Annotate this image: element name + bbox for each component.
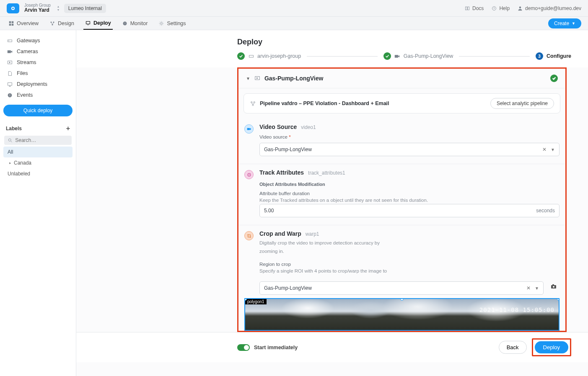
- logo[interactable]: [7, 3, 19, 13]
- sidebar-item-files[interactable]: Files: [3, 68, 73, 79]
- node-id: warp1: [306, 231, 319, 237]
- svg-rect-3: [468, 7, 469, 10]
- video-source-select[interactable]: Gas-Pump-LongView ✕ ▼: [259, 143, 560, 156]
- resize-handle-top-right[interactable]: [557, 298, 560, 301]
- section-video-source: Video Source video1 Video source * Gas-P…: [238, 118, 565, 164]
- nav-monitor[interactable]: ! Monitor: [120, 17, 150, 30]
- step-1-check-icon: [237, 52, 245, 60]
- help-icon: ?: [491, 5, 497, 11]
- search-icon: [8, 137, 13, 143]
- label-all[interactable]: All: [3, 147, 73, 157]
- camera-icon: [7, 49, 13, 54]
- sidebar-item-events[interactable]: ! Events: [3, 90, 73, 100]
- nav-label: Overview: [17, 21, 39, 26]
- step-1[interactable]: arvin-joseph-group: [237, 52, 301, 60]
- crop-source-select[interactable]: Gas-Pump-LongView ✕ ▼: [259, 281, 544, 295]
- labels-search-input[interactable]: [15, 137, 68, 143]
- org-switcher-caret[interactable]: ▴▾: [57, 5, 59, 11]
- topbar-right: Docs ? Help demo+guide@lumeo.dev: [464, 5, 581, 11]
- labels-header: Labels +: [3, 125, 73, 132]
- overview-icon: [8, 21, 14, 26]
- step-3[interactable]: 3 Configure: [536, 52, 571, 60]
- start-immediately-toggle[interactable]: [237, 344, 250, 351]
- label-canada[interactable]: ▸ Canada: [3, 157, 73, 168]
- main: Deploy arvin-joseph-group Gas-Pump-LongV…: [76, 30, 588, 376]
- nav-settings[interactable]: Settings: [157, 17, 187, 30]
- chevron-down-icon[interactable]: ▼: [246, 76, 250, 81]
- svg-text:?: ?: [494, 7, 495, 10]
- sidebar-item-label: Deployments: [17, 81, 47, 87]
- docs-link[interactable]: Docs: [464, 5, 484, 11]
- video-content: [245, 299, 559, 330]
- step-line: [307, 56, 378, 57]
- step-3-number: 3: [536, 52, 543, 60]
- deploy-icon: [85, 20, 91, 26]
- labels-search[interactable]: [4, 136, 72, 145]
- user-menu[interactable]: demo+guide@lumeo.dev: [517, 5, 581, 11]
- node-id: video1: [301, 124, 316, 130]
- pipeline-name: Pipeline vafdro – PPE Violation - Dashbo…: [250, 100, 389, 106]
- section-crop-warp: Crop and Warp warp1 Digitally crop the v…: [238, 225, 565, 297]
- stepper: arvin-joseph-group Gas-Pump-LongView 3 C…: [76, 50, 588, 67]
- chevron-down-icon[interactable]: ▼: [551, 147, 555, 152]
- svg-point-36: [553, 286, 554, 288]
- select-pipeline-button[interactable]: Select analytic pipeline: [490, 98, 554, 109]
- docs-label: Docs: [472, 5, 484, 11]
- sidebar-item-deployments[interactable]: Deployments: [3, 79, 73, 90]
- nav-items: Overview Design Deploy ! Monitor Setting…: [7, 17, 188, 30]
- sidebar-item-streams[interactable]: Streams: [3, 57, 73, 68]
- help-link[interactable]: ? Help: [491, 5, 510, 11]
- svg-rect-32: [247, 128, 249, 130]
- navbar: Overview Design Deploy ! Monitor Setting…: [0, 17, 588, 30]
- sidebar-item-label: Files: [17, 70, 28, 76]
- sidebar-item-gateways[interactable]: Gateways: [3, 35, 73, 46]
- sidebar-item-cameras[interactable]: Cameras: [3, 46, 73, 57]
- label-unlabeled[interactable]: Unlabeled: [3, 168, 73, 179]
- svg-rect-8: [12, 21, 14, 23]
- docs-icon: [464, 5, 470, 11]
- svg-rect-22: [8, 82, 12, 85]
- monitor-icon: !: [122, 21, 128, 26]
- section-track-attributes: Track Attributes track_attributes1 Objec…: [238, 164, 565, 225]
- footer: Start immediately Back Deploy: [76, 332, 588, 362]
- step-2[interactable]: Gas-Pump-LongView: [383, 52, 453, 60]
- deploy-button[interactable]: Deploy: [535, 341, 568, 353]
- nav-overview[interactable]: Overview: [7, 17, 40, 30]
- input-value: 5.00: [264, 208, 274, 214]
- clear-icon[interactable]: ✕: [526, 285, 531, 291]
- org-switcher[interactable]: Joseph Group Arvin Yard: [24, 3, 51, 13]
- topbar: Joseph Group Arvin Yard ▴▾ Lumeo Interna…: [0, 0, 588, 17]
- sidebar: Gateways Cameras Streams Files Deploymen…: [0, 30, 76, 376]
- svg-rect-2: [466, 7, 467, 10]
- svg-rect-26: [249, 55, 253, 57]
- nav-label: Design: [58, 21, 74, 26]
- step-line: [459, 56, 530, 57]
- step-2-label: Gas-Pump-LongView: [404, 53, 453, 59]
- chevron-down-icon[interactable]: ▼: [535, 286, 539, 291]
- layout: Gateways Cameras Streams Files Deploymen…: [0, 30, 588, 376]
- svg-text:!: !: [9, 93, 10, 96]
- select-value: Gas-Pump-LongView: [264, 147, 312, 152]
- svg-point-19: [8, 40, 9, 41]
- stream-icon: [254, 75, 260, 81]
- subheader: Object Attributes Modification: [259, 182, 560, 187]
- video-preview[interactable]: polygon1 2021-11-08 15:05:00: [244, 298, 560, 331]
- quick-deploy-button[interactable]: Quick deploy: [3, 105, 73, 116]
- svg-rect-10: [12, 23, 14, 26]
- add-label-button[interactable]: +: [66, 125, 70, 132]
- back-button[interactable]: Back: [499, 341, 527, 354]
- buffer-duration-input[interactable]: 5.00 seconds: [259, 204, 560, 217]
- svg-point-25: [8, 139, 11, 141]
- nav-deploy[interactable]: Deploy: [83, 17, 113, 30]
- design-icon: [49, 21, 55, 26]
- snapshot-button[interactable]: [548, 278, 560, 295]
- create-button[interactable]: Create ▼: [548, 18, 581, 28]
- svg-point-30: [254, 101, 255, 103]
- video-source-node-icon: [244, 124, 254, 134]
- svg-rect-9: [9, 23, 11, 26]
- user-icon: [517, 5, 523, 11]
- section-title: Crop and Warp: [259, 230, 301, 237]
- clear-icon[interactable]: ✕: [542, 147, 547, 152]
- events-icon: !: [7, 92, 13, 98]
- nav-design[interactable]: Design: [48, 17, 76, 30]
